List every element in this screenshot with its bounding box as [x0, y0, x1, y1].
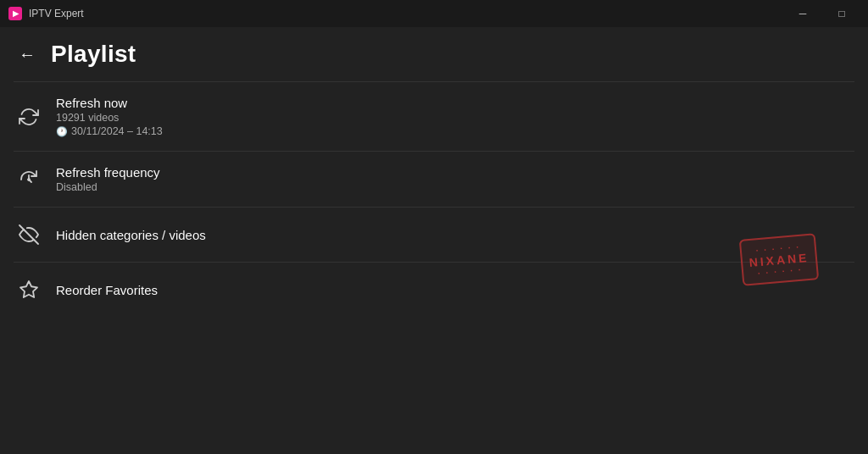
refresh-frequency-label: Refresh frequency [56, 165, 160, 180]
app-name: IPTV Expert [29, 8, 84, 19]
window-controls: ─ □ [783, 0, 861, 27]
reorder-favorites-label: Reorder Favorites [56, 283, 158, 297]
menu-item-hidden-categories[interactable]: Hidden categories / videos [0, 208, 868, 262]
refresh-now-date-row: 🕐 30/11/2024 – 14:13 [56, 125, 163, 137]
refresh-now-icon [17, 105, 41, 129]
refresh-now-date: 30/11/2024 – 14:13 [71, 125, 163, 137]
refresh-now-text: Refresh now 19291 videos 🕐 30/11/2024 – … [56, 96, 163, 137]
page-header: ← Playlist [0, 27, 868, 81]
svg-marker-2 [20, 281, 37, 297]
watermark-stamp: · · · · · · NIXANE · · · · · · [741, 236, 817, 283]
hidden-categories-label: Hidden categories / videos [56, 228, 206, 242]
menu-item-refresh-now[interactable]: Refresh now 19291 videos 🕐 30/11/2024 – … [0, 82, 868, 151]
main-content: ← Playlist Refresh now 19291 videos 🕐 30… [0, 27, 868, 454]
refresh-now-label: Refresh now [56, 96, 163, 110]
stamp-inner: · · · · · · NIXANE · · · · · · [739, 233, 819, 286]
refresh-now-videos: 19291 videos [56, 112, 163, 124]
restore-button[interactable]: □ [822, 0, 861, 27]
clock-icon: 🕐 [56, 126, 68, 137]
page-title: Playlist [51, 41, 136, 68]
title-bar: ▶ IPTV Expert ─ □ [0, 0, 868, 27]
content-wrap: ← Playlist Refresh now 19291 videos 🕐 30… [0, 27, 868, 317]
app-icon: ▶ [8, 7, 22, 20]
reorder-favorites-text: Reorder Favorites [56, 283, 158, 297]
refresh-frequency-value: Disabled [56, 181, 160, 193]
refresh-frequency-text: Refresh frequency Disabled [56, 165, 160, 193]
refresh-frequency-icon [17, 168, 41, 191]
menu-item-refresh-frequency[interactable]: Refresh frequency Disabled [0, 152, 868, 207]
title-bar-left: ▶ IPTV Expert [8, 7, 84, 20]
reorder-favorites-icon [17, 278, 41, 302]
hidden-categories-icon [17, 223, 41, 246]
hidden-categories-text: Hidden categories / videos [56, 228, 206, 242]
menu-item-reorder-favorites[interactable]: Reorder Favorites [0, 263, 868, 317]
back-button[interactable]: ← [14, 41, 41, 68]
minimize-button[interactable]: ─ [783, 0, 822, 27]
